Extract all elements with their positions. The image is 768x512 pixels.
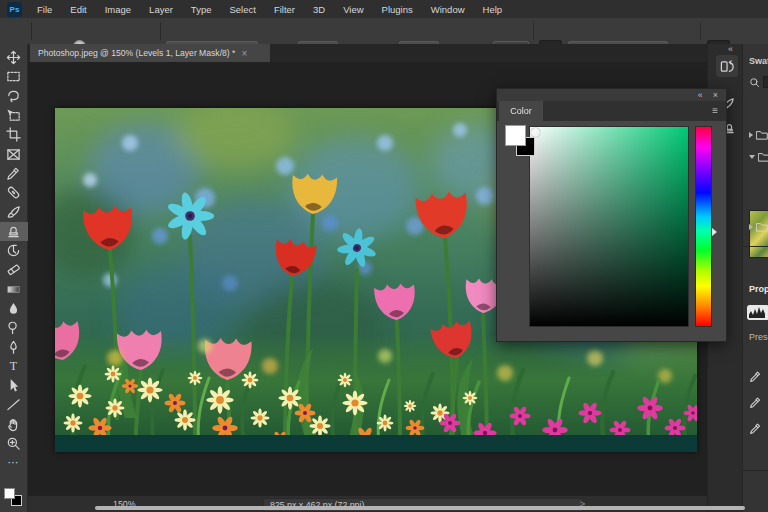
history-brush-icon <box>6 243 21 258</box>
tool-path-selection[interactable] <box>0 376 28 395</box>
expand-icon <box>749 132 753 138</box>
menu-select[interactable]: Select <box>220 4 264 15</box>
swatch-group-collapsed[interactable] <box>749 130 768 140</box>
foreground-color-swatch[interactable] <box>505 125 526 146</box>
color-selection-marker[interactable] <box>531 128 540 137</box>
lasso-icon <box>6 89 21 104</box>
horizontal-scrollbar[interactable] <box>95 506 745 510</box>
swatches-search[interactable] <box>749 76 768 88</box>
history-panel-button[interactable] <box>716 55 738 77</box>
clone-stamp-icon <box>6 224 21 239</box>
levels-histogram-button[interactable] <box>747 305 768 320</box>
expand-icon <box>749 224 753 230</box>
white-point-eyedropper[interactable] <box>749 370 762 383</box>
tool-brush[interactable] <box>0 202 28 221</box>
swatch-preview-thumbnail[interactable] <box>749 210 768 258</box>
menu-layer[interactable]: Layer <box>140 4 182 15</box>
tool-rectangular-marquee[interactable] <box>0 67 28 86</box>
color-panel-titlebar: « × <box>497 89 726 101</box>
right-panel-column: Swat Prop <box>742 44 768 512</box>
menu-file[interactable]: File <box>28 4 61 15</box>
tool-eyedropper[interactable] <box>0 164 28 183</box>
ellipsis-icon: ⋯ <box>8 456 20 469</box>
foreground-background-swatches[interactable] <box>4 488 24 508</box>
brush-icon <box>6 205 21 220</box>
pen-icon <box>6 340 21 355</box>
swatches-panel-title[interactable]: Swat <box>749 56 768 66</box>
marquee-icon <box>6 69 21 84</box>
swatch-group-collapsed[interactable] <box>749 222 768 232</box>
tool-blur[interactable] <box>0 299 28 318</box>
tool-gradient[interactable] <box>0 280 28 299</box>
hue-slider-arrow[interactable] <box>712 228 717 236</box>
color-tab[interactable]: Color <box>499 101 543 121</box>
menu-plugins[interactable]: Plugins <box>373 4 422 15</box>
hand-icon <box>6 417 21 432</box>
options-bar: 21 Normal Opacity: 100% Flow: 100% <box>0 18 768 45</box>
folder-open-icon <box>758 152 768 162</box>
tool-line[interactable] <box>0 395 28 414</box>
search-icon <box>749 77 760 88</box>
move-icon <box>6 50 21 65</box>
type-icon: T <box>10 359 17 374</box>
photoshop-logo[interactable]: Ps <box>7 2 22 17</box>
saturation-brightness-picker[interactable] <box>529 126 689 327</box>
dodge-icon <box>6 320 21 335</box>
tool-edit-toolbar[interactable]: ⋯ <box>0 453 28 472</box>
close-icon[interactable]: × <box>241 48 247 59</box>
black-point-eyedropper[interactable] <box>749 422 762 435</box>
object-selection-icon <box>6 108 21 123</box>
eyedropper-icon <box>749 370 762 383</box>
menu-type[interactable]: Type <box>182 4 221 15</box>
collapse-panels-icon[interactable]: « <box>728 44 733 54</box>
menu-window[interactable]: Window <box>422 4 474 15</box>
document-tab-title: Photoshop.jpeg @ 150% (Levels 1, Layer M… <box>38 48 235 58</box>
tool-pen[interactable] <box>0 337 28 356</box>
tool-object-selection[interactable] <box>0 106 28 125</box>
histogram-icon <box>747 305 768 320</box>
tool-clone-stamp[interactable] <box>0 222 28 241</box>
document-tab[interactable]: Photoshop.jpeg @ 150% (Levels 1, Layer M… <box>30 44 270 62</box>
tool-spot-healing-brush[interactable] <box>0 183 28 202</box>
tool-eraser[interactable] <box>0 260 28 279</box>
foreground-color-swatch[interactable] <box>4 488 15 499</box>
tool-move[interactable] <box>0 48 28 67</box>
color-panel-header: Color ≡ <box>497 101 726 121</box>
menu-image[interactable]: Image <box>96 4 140 15</box>
tool-lasso[interactable] <box>0 87 28 106</box>
divider <box>700 22 701 40</box>
panel-menu-icon[interactable]: ≡ <box>712 106 718 116</box>
menu-3d[interactable]: 3D <box>304 4 334 15</box>
tools-panel: T ⋯ <box>0 44 28 512</box>
gradient-icon <box>6 282 21 297</box>
tool-dodge[interactable] <box>0 318 28 337</box>
eyedropper-icon <box>749 396 762 409</box>
tool-frame[interactable] <box>0 144 28 163</box>
path-selection-icon <box>6 378 21 393</box>
history-panel-icon <box>720 59 735 74</box>
zoom-icon <box>6 436 21 451</box>
frame-icon <box>6 147 21 162</box>
close-panel-icon[interactable]: × <box>713 90 718 100</box>
menu-view[interactable]: View <box>334 4 372 15</box>
swatch-group-expanded[interactable] <box>749 152 768 162</box>
menu-edit[interactable]: Edit <box>61 4 95 15</box>
menu-filter[interactable]: Filter <box>265 4 304 15</box>
properties-panel-title[interactable]: Prop <box>749 284 768 294</box>
crop-icon <box>6 127 21 142</box>
tool-hand[interactable] <box>0 415 28 434</box>
divider <box>533 22 534 40</box>
tool-crop[interactable] <box>0 125 28 144</box>
search-input[interactable] <box>763 76 768 88</box>
presets-label: Prese <box>749 332 768 342</box>
tool-history-brush[interactable] <box>0 241 28 260</box>
tool-type[interactable]: T <box>0 357 28 376</box>
photoshop-window: Ps File Edit Image Layer Type Select Fil… <box>0 0 768 512</box>
menu-help[interactable]: Help <box>474 4 512 15</box>
color-panel: « × Color ≡ <box>496 88 727 342</box>
tool-zoom[interactable] <box>0 434 28 453</box>
menu-bar: Ps File Edit Image Layer Type Select Fil… <box>0 0 768 19</box>
gray-point-eyedropper[interactable] <box>749 396 762 409</box>
hue-slider[interactable] <box>695 126 712 327</box>
collapse-panel-icon[interactable]: « <box>698 90 703 100</box>
